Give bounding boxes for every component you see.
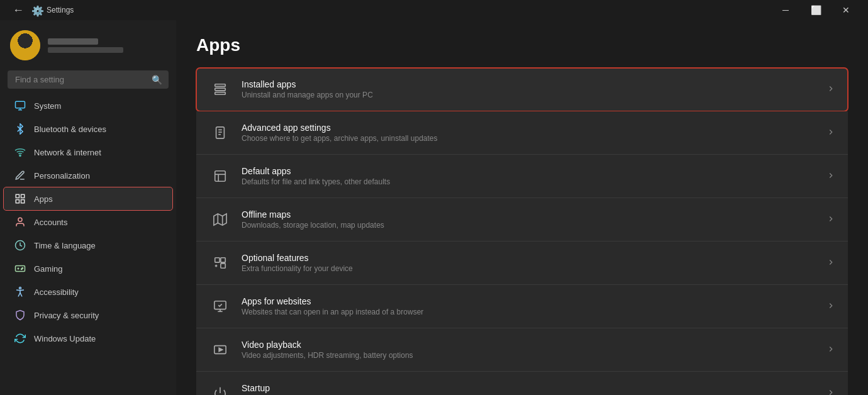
user-profile[interactable] <box>0 20 176 68</box>
sidebar-item-apps[interactable]: Apps <box>4 187 172 210</box>
installed-apps-title: Installed apps <box>242 79 819 89</box>
svg-rect-4 <box>16 194 19 198</box>
settings-item-offline-maps[interactable]: Offline mapsDownloads, storage location,… <box>196 198 848 242</box>
sidebar-item-update[interactable]: Windows Update <box>4 327 172 350</box>
video-playback-text: Video playbackVideo adjustments, HDR str… <box>242 340 819 360</box>
sidebar-item-label-system: System <box>34 101 162 111</box>
svg-rect-16 <box>215 92 226 95</box>
svg-rect-7 <box>16 200 19 203</box>
sidebar-item-time[interactable]: Time & language <box>4 234 172 257</box>
titlebar: ← ⚙️ Settings ─ ⬜ ✕ <box>0 0 868 20</box>
accounts-icon <box>14 216 26 228</box>
sidebar-item-network[interactable]: Network & internet <box>4 141 172 164</box>
startup-icon <box>209 382 231 395</box>
video-playback-description: Video adjustments, HDR streaming, batter… <box>242 351 819 360</box>
bluetooth-icon <box>14 123 26 135</box>
privacy-icon <box>14 309 26 321</box>
user-info <box>48 38 123 53</box>
svg-rect-0 <box>16 101 25 108</box>
offline-maps-title: Offline maps <box>242 209 819 220</box>
titlebar-title: Settings <box>47 6 74 14</box>
video-playback-icon <box>209 338 231 361</box>
default-apps-icon <box>209 165 231 187</box>
sidebar-item-label-time: Time & language <box>34 241 162 250</box>
main-layout: 🔍 SystemBluetooth & devicesNetwork & int… <box>0 20 868 395</box>
video-playback-title: Video playback <box>242 340 819 350</box>
default-apps-title: Default apps <box>242 166 819 176</box>
svg-rect-25 <box>215 258 220 262</box>
user-email <box>48 47 123 53</box>
optional-features-title: Optional features <box>242 253 819 263</box>
chevron-right-icon <box>826 171 835 182</box>
settings-item-apps-for-websites[interactable]: Apps for websitesWebsites that can open … <box>196 285 848 328</box>
accessibility-icon <box>14 286 26 298</box>
settings-item-startup[interactable]: StartupApps that start automatically whe… <box>196 372 848 395</box>
page-title: Apps <box>196 35 848 55</box>
content-area: Apps Installed appsUninstall and manage … <box>176 20 868 395</box>
sidebar-nav: SystemBluetooth & devicesNetwork & inter… <box>0 94 176 350</box>
svg-marker-22 <box>214 214 226 225</box>
sidebar-item-label-personalization: Personalization <box>34 171 162 181</box>
personalization-icon <box>14 169 26 182</box>
sidebar-item-label-apps: Apps <box>34 194 162 204</box>
advanced-app-settings-text: Advanced app settingsChoose where to get… <box>242 123 819 143</box>
settings-list: Installed appsUninstall and manage apps … <box>196 68 848 395</box>
svg-point-8 <box>18 218 22 221</box>
chevron-right-icon <box>826 388 835 396</box>
update-icon <box>14 332 26 345</box>
settings-item-default-apps[interactable]: Default appsDefaults for file and link t… <box>196 155 848 198</box>
avatar-image <box>10 30 40 60</box>
avatar <box>10 30 40 60</box>
svg-point-13 <box>19 287 21 289</box>
installed-apps-text: Installed appsUninstall and manage apps … <box>242 79 819 99</box>
installed-apps-description: Uninstall and manage apps on your PC <box>242 91 819 99</box>
settings-item-optional-features[interactable]: Optional featuresExtra functionality for… <box>196 242 848 285</box>
sidebar-item-label-bluetooth: Bluetooth & devices <box>34 125 162 134</box>
advanced-app-settings-icon <box>209 121 231 144</box>
back-button[interactable]: ← <box>8 1 29 19</box>
sidebar-item-label-update: Windows Update <box>34 334 162 343</box>
settings-item-video-playback[interactable]: Video playbackVideo adjustments, HDR str… <box>196 328 848 372</box>
chevron-right-icon <box>826 301 835 312</box>
settings-item-installed-apps[interactable]: Installed appsUninstall and manage apps … <box>196 68 848 111</box>
search-box: 🔍 <box>8 70 169 89</box>
svg-rect-27 <box>221 264 225 268</box>
apps-icon <box>14 192 26 205</box>
user-name <box>48 38 98 45</box>
gaming-icon <box>14 262 26 275</box>
sidebar-item-accounts[interactable]: Accounts <box>4 211 172 233</box>
svg-rect-5 <box>21 194 25 198</box>
optional-features-icon <box>209 252 231 274</box>
time-icon <box>14 239 26 252</box>
minimize-button[interactable]: ─ <box>771 0 800 20</box>
close-button[interactable]: ✕ <box>832 0 860 20</box>
chevron-right-icon <box>826 214 835 225</box>
sidebar-item-bluetooth[interactable]: Bluetooth & devices <box>4 118 172 140</box>
window-controls: ─ ⬜ ✕ <box>771 0 860 20</box>
sidebar-item-accessibility[interactable]: Accessibility <box>4 281 172 303</box>
svg-rect-10 <box>16 266 25 272</box>
startup-title: Startup <box>242 383 819 393</box>
offline-maps-icon <box>209 208 231 231</box>
settings-item-advanced-app-settings[interactable]: Advanced app settingsChoose where to get… <box>196 111 848 155</box>
default-apps-text: Default appsDefaults for file and link t… <box>242 166 819 186</box>
maximize-button[interactable]: ⬜ <box>801 0 830 20</box>
svg-rect-6 <box>21 200 25 203</box>
sidebar-item-system[interactable]: System <box>4 94 172 117</box>
apps-for-websites-title: Apps for websites <box>242 296 819 306</box>
optional-features-description: Extra functionality for your device <box>242 264 819 273</box>
startup-text: StartupApps that start automatically whe… <box>242 383 819 395</box>
offline-maps-text: Offline mapsDownloads, storage location,… <box>242 209 819 230</box>
sidebar-item-gaming[interactable]: Gaming <box>4 257 172 280</box>
sidebar-item-label-accessibility: Accessibility <box>34 287 162 297</box>
apps-for-websites-text: Apps for websitesWebsites that can open … <box>242 296 819 316</box>
apps-for-websites-icon <box>209 295 231 318</box>
apps-for-websites-description: Websites that can open in an app instead… <box>242 308 819 316</box>
network-icon <box>14 146 26 159</box>
sidebar-item-personalization[interactable]: Personalization <box>4 164 172 187</box>
search-input[interactable] <box>8 70 169 89</box>
chevron-right-icon <box>826 84 835 95</box>
settings-icon: ⚙️ <box>31 5 42 15</box>
sidebar-item-label-gaming: Gaming <box>34 264 162 274</box>
sidebar-item-privacy[interactable]: Privacy & security <box>4 304 172 326</box>
